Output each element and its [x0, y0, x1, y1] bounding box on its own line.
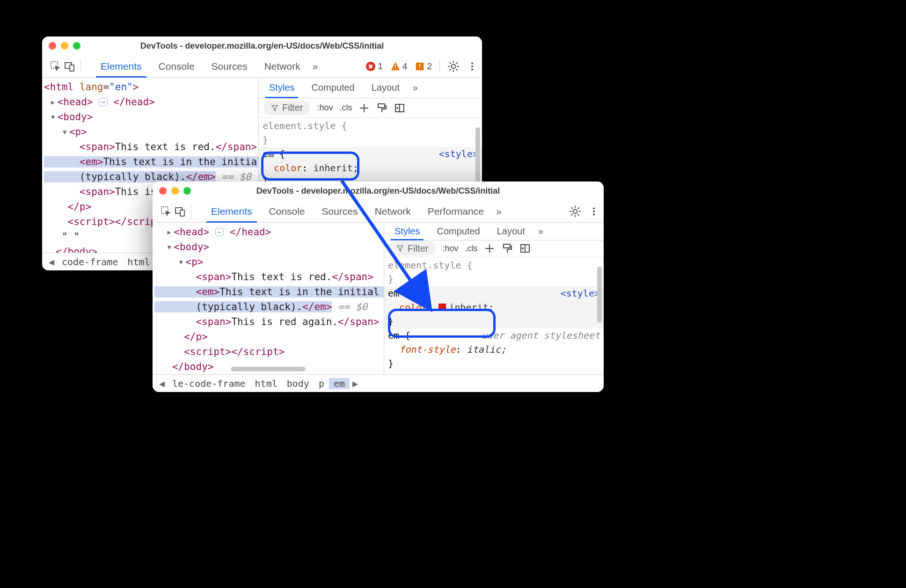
subtab-computed[interactable]: Computed	[430, 223, 486, 240]
inspect-icon[interactable]	[160, 205, 172, 218]
css-value[interactable]: inherit;	[313, 162, 358, 174]
filter-input[interactable]: Filter	[389, 241, 436, 255]
tab-sources[interactable]: Sources	[314, 200, 366, 222]
subtab-styles[interactable]: Styles	[263, 78, 301, 98]
css-property: font-style	[399, 344, 455, 355]
chevron-right-icon[interactable]: ▶	[350, 378, 361, 389]
maximize-icon[interactable]	[183, 187, 191, 195]
svg-line-14	[449, 62, 451, 64]
css-property[interactable]: color	[274, 162, 302, 174]
subtab-styles[interactable]: Styles	[388, 223, 426, 240]
style-source-link[interactable]: <style>	[561, 286, 600, 300]
crumb-selected[interactable]: em	[329, 378, 350, 389]
svg-point-20	[471, 68, 473, 70]
scrollbar-v[interactable]	[475, 127, 480, 183]
window-title: DevTools - developer.mozilla.org/en-US/d…	[42, 41, 482, 51]
svg-line-34	[571, 207, 572, 209]
error-count[interactable]: 1	[365, 61, 383, 72]
hov-toggle[interactable]: :hov	[442, 244, 458, 254]
kebab-menu[interactable]	[467, 61, 477, 72]
tabs-overflow[interactable]: »	[309, 55, 322, 77]
tab-elements[interactable]: Elements	[92, 55, 150, 77]
traffic-lights	[49, 42, 80, 50]
warning-count[interactable]: 4	[390, 61, 408, 72]
filter-icon	[271, 104, 278, 112]
minimize-icon[interactable]	[61, 42, 68, 50]
breadcrumb[interactable]: ◀ le-code-frame html body p em ▶	[153, 374, 604, 392]
titlebar: DevTools - developer.mozilla.org/en-US/d…	[42, 36, 482, 55]
new-rule-icon[interactable]	[358, 102, 370, 114]
tab-console[interactable]: Console	[261, 200, 314, 222]
crumb[interactable]: body	[282, 378, 314, 389]
svg-point-18	[471, 62, 473, 64]
subtab-computed[interactable]: Computed	[305, 78, 361, 98]
toolbar-right: 1 4 2	[365, 59, 477, 73]
device-toggle-icon[interactable]	[64, 60, 76, 73]
css-value[interactable]: inherit;	[449, 302, 494, 313]
side-tabs: Styles Computed Layout »	[384, 223, 604, 240]
panel-toggle-icon[interactable]	[519, 243, 531, 254]
subtab-layout[interactable]: Layout	[490, 223, 532, 240]
css-property[interactable]: color	[399, 302, 427, 313]
ellipsis-icon[interactable]: ⋯	[215, 228, 224, 236]
tabs-overflow[interactable]: »	[492, 200, 505, 222]
maximize-icon[interactable]	[73, 42, 80, 50]
style-source-link[interactable]: <style>	[439, 147, 478, 161]
close-icon[interactable]	[49, 42, 56, 50]
chevron-left-icon[interactable]: ◀	[156, 378, 168, 389]
crumb[interactable]: p	[314, 378, 329, 389]
svg-point-19	[471, 65, 473, 67]
tab-network[interactable]: Network	[256, 55, 309, 77]
crumb[interactable]: html	[123, 256, 154, 268]
style-rules[interactable]: element.style { } em {<style> color: inh…	[384, 257, 604, 374]
tab-console[interactable]: Console	[150, 55, 203, 77]
svg-rect-23	[378, 104, 385, 108]
main-tabs: Elements Console Sources Network Perform…	[203, 200, 567, 222]
kebab-menu[interactable]	[589, 206, 599, 217]
main-tabs: Elements Console Sources Network »	[92, 55, 364, 77]
paint-icon[interactable]	[502, 243, 513, 254]
filter-icon	[396, 245, 404, 252]
color-swatch-icon[interactable]	[438, 304, 446, 311]
settings-button[interactable]	[569, 205, 581, 218]
crumb[interactable]: le-code-frame	[168, 378, 250, 389]
minimize-icon[interactable]	[171, 187, 179, 195]
chevron-left-icon[interactable]: ◀	[46, 256, 57, 268]
tab-performance[interactable]: Performance	[419, 200, 492, 222]
cls-toggle[interactable]: .cls	[465, 244, 477, 254]
subtab-layout[interactable]: Layout	[365, 78, 406, 98]
filter-bar: Filter :hov .cls	[259, 98, 482, 118]
filter-input[interactable]: Filter	[263, 101, 310, 115]
crumb[interactable]: code-frame	[57, 256, 123, 268]
traffic-lights	[159, 187, 191, 195]
svg-line-16	[449, 69, 451, 70]
issues-count[interactable]: 2	[415, 61, 432, 72]
subtab-overflow[interactable]: »	[535, 223, 546, 240]
scrollbar-h[interactable]	[231, 367, 306, 371]
svg-rect-2	[70, 65, 74, 71]
ellipsis-icon[interactable]: ⋯	[99, 98, 107, 106]
svg-line-17	[456, 62, 457, 64]
cls-toggle[interactable]: .cls	[339, 103, 352, 113]
crumb[interactable]: html	[250, 378, 282, 389]
subtab-overflow[interactable]: »	[410, 78, 421, 98]
ua-stylesheet-label: user agent stylesheet	[482, 328, 600, 342]
close-icon[interactable]	[159, 187, 167, 195]
inspect-icon[interactable]	[50, 60, 62, 73]
svg-point-39	[593, 210, 595, 212]
dom-tree[interactable]: ▸<head> ⋯ </head> ▾<body> ▾<p> <span>Thi…	[153, 223, 384, 374]
svg-point-29	[573, 209, 577, 213]
new-rule-icon[interactable]	[484, 243, 495, 254]
window-title: DevTools - developer.mozilla.org/en-US/d…	[153, 186, 604, 196]
tab-elements[interactable]: Elements	[203, 200, 261, 222]
settings-button[interactable]	[447, 60, 460, 73]
element-style-open: element.style {	[263, 120, 347, 131]
panel-toggle-icon[interactable]	[394, 102, 405, 114]
element-style-open: element.style {	[388, 260, 473, 271]
device-toggle-icon[interactable]	[174, 205, 186, 218]
paint-icon[interactable]	[376, 102, 387, 114]
tab-network[interactable]: Network	[366, 200, 419, 222]
hov-toggle[interactable]: :hov	[317, 103, 333, 113]
scrollbar-v[interactable]	[597, 267, 602, 323]
tab-sources[interactable]: Sources	[203, 55, 256, 77]
